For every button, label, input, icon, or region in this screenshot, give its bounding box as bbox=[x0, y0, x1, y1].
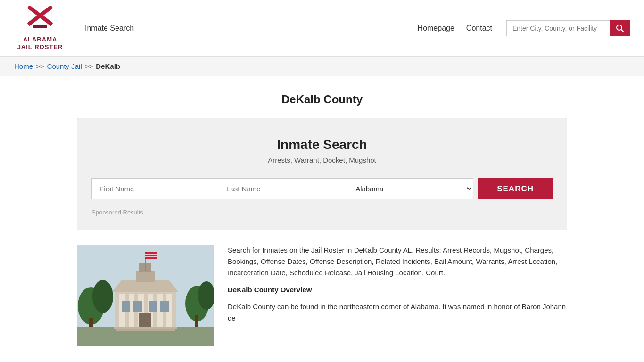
header-search-input[interactable] bbox=[506, 20, 610, 36]
header-search-bar bbox=[506, 20, 630, 36]
search-box-title: Inmate Search bbox=[91, 137, 553, 152]
info-text: Search for Inmates on the Jail Roster in… bbox=[228, 245, 567, 346]
site-header: ALABAMA JAIL ROSTER Inmate Search Homepa… bbox=[0, 0, 644, 57]
svg-rect-25 bbox=[133, 301, 142, 312]
inmate-search-box: Inmate Search Arrests, Warrant, Docket, … bbox=[77, 118, 567, 230]
info-description: Search for Inmates on the Jail Roster in… bbox=[228, 245, 567, 279]
header-right: Homepage Contact bbox=[418, 20, 630, 36]
header-nav-links: Homepage Contact bbox=[418, 24, 492, 33]
search-box-subtitle: Arrests, Warrant, Docket, Mugshot bbox=[91, 156, 553, 164]
breadcrumb: Home >> County Jail >> DeKalb bbox=[14, 62, 630, 70]
page-title: DeKalb County bbox=[77, 93, 567, 106]
breadcrumb-county-jail[interactable]: County Jail bbox=[47, 62, 82, 70]
search-button[interactable]: SEARCH bbox=[478, 178, 553, 199]
logo-text-alabama: ALABAMA bbox=[23, 36, 58, 43]
svg-rect-26 bbox=[149, 301, 157, 312]
svg-rect-30 bbox=[116, 329, 175, 331]
nav-inmate-search[interactable]: Inmate Search bbox=[85, 24, 134, 32]
sponsored-results: Sponsored Results bbox=[91, 209, 553, 216]
overview-text: DeKalb County can be found in the northe… bbox=[228, 301, 567, 324]
overview-title: DeKalb County Overview bbox=[228, 284, 567, 296]
breadcrumb-sep-1: >> bbox=[36, 62, 44, 70]
logo-text-jail: JAIL ROSTER bbox=[17, 43, 63, 50]
svg-rect-28 bbox=[139, 313, 151, 329]
svg-rect-3 bbox=[33, 25, 47, 28]
last-name-input[interactable] bbox=[219, 178, 346, 199]
nav-homepage-link[interactable]: Homepage bbox=[418, 24, 454, 33]
breadcrumb-home[interactable]: Home bbox=[14, 62, 33, 70]
state-select[interactable]: AlabamaAlaskaArizonaArkansasCaliforniaCo… bbox=[346, 178, 473, 199]
svg-rect-22 bbox=[136, 271, 155, 282]
svg-rect-27 bbox=[160, 301, 169, 312]
main-nav: Inmate Search bbox=[85, 24, 134, 33]
search-icon bbox=[616, 24, 624, 33]
logo-icon bbox=[26, 6, 54, 34]
nav-contact-link[interactable]: Contact bbox=[466, 24, 492, 33]
bottom-section: Search for Inmates on the Jail Roster in… bbox=[77, 245, 567, 346]
first-name-input[interactable] bbox=[91, 178, 219, 199]
svg-rect-24 bbox=[122, 301, 130, 312]
breadcrumb-current: DeKalb bbox=[96, 62, 120, 70]
breadcrumb-sep-2: >> bbox=[85, 62, 93, 70]
breadcrumb-bar: Home >> County Jail >> DeKalb bbox=[0, 57, 644, 76]
header-search-button[interactable] bbox=[610, 20, 630, 36]
main-content: DeKalb County Inmate Search Arrests, War… bbox=[63, 76, 581, 355]
logo[interactable]: ALABAMA JAIL ROSTER bbox=[14, 6, 66, 50]
search-form: AlabamaAlaskaArizonaArkansasCaliforniaCo… bbox=[91, 178, 553, 199]
svg-point-8 bbox=[92, 280, 113, 313]
courthouse-image bbox=[77, 245, 214, 346]
svg-rect-32 bbox=[145, 252, 157, 259]
svg-line-5 bbox=[621, 29, 624, 32]
